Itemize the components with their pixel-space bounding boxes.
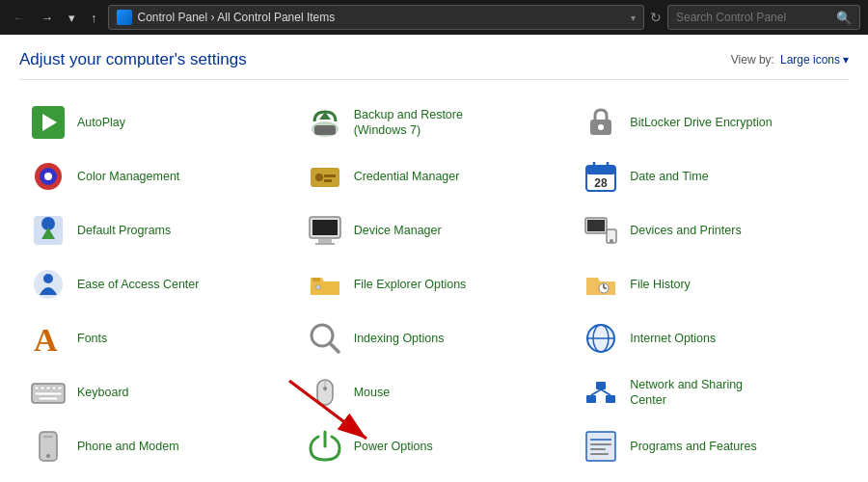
cp-item-remote[interactable]: RemoteApp and Desktop Connections	[19, 473, 296, 482]
view-by-text: Large icons	[780, 53, 840, 67]
network-icon	[582, 373, 620, 412]
svg-rect-67	[590, 448, 606, 450]
mouse-icon	[306, 373, 344, 412]
power-label: Power Options	[354, 439, 433, 454]
svg-line-40	[330, 343, 339, 352]
svg-rect-56	[586, 395, 596, 403]
cp-item-fonts[interactable]: AFonts	[19, 311, 296, 365]
color-label: Color Management	[77, 169, 179, 184]
svg-point-62	[46, 454, 50, 458]
svg-point-44	[587, 325, 614, 352]
svg-rect-34	[316, 285, 320, 289]
cp-item-filehistory[interactable]: File History	[572, 257, 849, 311]
svg-rect-58	[596, 382, 606, 389]
mouse-label: Mouse	[354, 385, 391, 400]
svg-rect-49	[52, 387, 56, 389]
cp-item-keyboard[interactable]: Keyboard	[19, 365, 296, 419]
bitlocker-icon	[582, 103, 620, 142]
svg-rect-27	[587, 220, 605, 231]
svg-rect-23	[312, 220, 338, 235]
search-button[interactable]: 🔍	[836, 11, 852, 25]
cp-item-autoplay[interactable]: AutoPlay	[19, 95, 296, 149]
svg-text:A: A	[34, 322, 58, 357]
cp-item-backup[interactable]: Backup and Restore (Windows 7)	[296, 95, 573, 149]
devicemgr-label: Device Manager	[354, 223, 442, 238]
search-box[interactable]: 🔍	[667, 5, 860, 30]
fileexplorer-icon	[306, 265, 344, 304]
view-by-label: View by:	[731, 53, 774, 67]
svg-point-55	[323, 387, 327, 390]
view-by-control[interactable]: View by: Large icons ▾	[731, 53, 849, 67]
svg-rect-57	[606, 395, 615, 403]
svg-rect-52	[39, 397, 58, 400]
autoplay-label: AutoPlay	[77, 115, 125, 130]
svg-rect-15	[586, 166, 615, 174]
programs-icon	[582, 427, 620, 466]
forward-button[interactable]: →	[36, 8, 58, 28]
svg-rect-24	[318, 239, 332, 243]
phone-label: Phone and Modem	[77, 439, 179, 454]
filehistory-label: File History	[630, 277, 691, 292]
devices-icon	[582, 211, 620, 250]
svg-line-60	[601, 389, 610, 395]
view-by-value[interactable]: Large icons ▾	[780, 53, 849, 67]
programs-label: Programs and Features	[630, 439, 756, 454]
credential-label: Credential Manager	[354, 169, 460, 184]
svg-rect-51	[35, 392, 62, 395]
breadcrumb-text: Control Panel › All Control Panel Items	[138, 11, 626, 24]
refresh-button[interactable]: ↻	[650, 10, 662, 25]
datetime-label: Date and Time	[630, 169, 708, 184]
cp-item-ease[interactable]: Ease of Access Center	[19, 257, 296, 311]
cp-item-mouse[interactable]: Mouse	[296, 365, 573, 419]
svg-text:28: 28	[595, 176, 609, 190]
cp-item-indexing[interactable]: Indexing Options	[296, 311, 573, 365]
cp-item-devicemgr[interactable]: Device Manager	[296, 203, 573, 257]
indexing-icon	[306, 319, 344, 358]
page-header: Adjust your computer's settings View by:…	[19, 50, 849, 80]
keyboard-label: Keyboard	[77, 385, 129, 400]
cp-item-power[interactable]: Power Options	[296, 419, 573, 473]
cp-item-datetime[interactable]: 28Date and Time	[572, 149, 849, 203]
view-by-chevron-icon: ▾	[843, 53, 849, 67]
address-bar-input[interactable]: Control Panel › All Control Panel Items …	[108, 5, 645, 30]
cp-item-bitlocker[interactable]: BitLocker Drive Encryption	[572, 95, 849, 149]
main-content: Adjust your computer's settings View by:…	[0, 35, 868, 482]
default-icon	[29, 211, 68, 250]
cp-item-default[interactable]: Default Programs	[19, 203, 296, 257]
svg-rect-47	[41, 387, 44, 389]
power-icon	[306, 427, 344, 466]
svg-rect-13	[324, 179, 332, 182]
default-label: Default Programs	[77, 223, 171, 238]
svg-point-11	[315, 174, 323, 181]
cp-item-fileexplorer[interactable]: File Explorer Options	[296, 257, 573, 311]
back-button[interactable]: ←	[8, 8, 30, 28]
cp-item-devices[interactable]: Devices and Printers	[572, 203, 849, 257]
cp-item-phone[interactable]: Phone and Modem	[19, 419, 296, 473]
svg-rect-25	[315, 243, 335, 245]
bitlocker-label: BitLocker Drive Encryption	[630, 115, 772, 130]
cp-item-credential[interactable]: Credential Manager	[296, 149, 573, 203]
svg-rect-46	[35, 387, 39, 389]
internet-label: Internet Options	[630, 331, 716, 346]
cp-item-color[interactable]: Color Management	[19, 149, 296, 203]
indexing-label: Indexing Options	[354, 331, 445, 346]
network-label: Network and Sharing Center	[630, 377, 743, 409]
cp-item-programs[interactable]: Programs and Features	[572, 419, 849, 473]
ease-label: Ease of Access Center	[77, 277, 199, 292]
svg-rect-50	[58, 387, 62, 389]
backup-label: Backup and Restore (Windows 7)	[354, 107, 463, 139]
color-icon	[29, 157, 68, 196]
cp-item-internet[interactable]: Internet Options	[572, 311, 849, 365]
fileexplorer-label: File Explorer Options	[354, 277, 467, 292]
search-input[interactable]	[676, 11, 830, 24]
fonts-icon: A	[29, 319, 68, 358]
svg-point-6	[598, 124, 604, 130]
up-button[interactable]: ↑	[86, 8, 102, 28]
cp-item-network[interactable]: Network and Sharing Center	[572, 365, 849, 419]
filehistory-icon	[582, 265, 620, 304]
svg-point-29	[610, 239, 613, 243]
svg-point-9	[44, 173, 52, 180]
recent-button[interactable]: ▾	[64, 8, 80, 28]
fonts-label: Fonts	[77, 331, 107, 346]
autoplay-icon	[29, 103, 68, 142]
